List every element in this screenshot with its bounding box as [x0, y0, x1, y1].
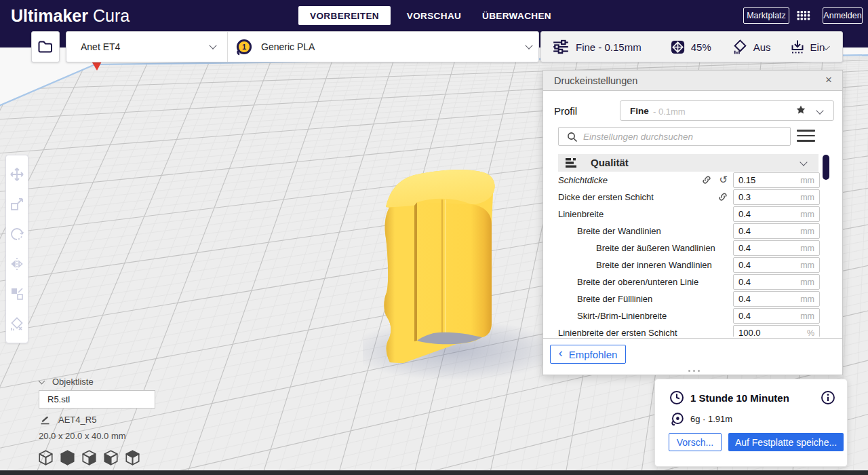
- setting-value-field[interactable]: 0.4 mm: [733, 223, 820, 239]
- print-time-estimate: 1 Stunde 10 Minuten: [690, 392, 789, 404]
- material-estimate: 6g · 1.91m: [690, 414, 732, 424]
- clock-icon: [669, 390, 685, 406]
- setting-label: Linienbreite: [558, 209, 604, 219]
- summary-support: Aus: [753, 41, 771, 53]
- open-file-button[interactable]: [31, 31, 60, 62]
- tab-prepare[interactable]: VORBEREITEN: [298, 6, 391, 25]
- printer-selector[interactable]: Anet ET4: [81, 41, 120, 52]
- setting-value-field[interactable]: 0.15 mm: [733, 172, 820, 188]
- apps-grid-icon[interactable]: [795, 7, 811, 24]
- material-spool-icon: [670, 412, 684, 426]
- move-tool-button[interactable]: [8, 166, 26, 183]
- setting-value-field[interactable]: 100.0 %: [733, 325, 820, 337]
- support-blocker-button[interactable]: [8, 315, 26, 332]
- object-list-toggle[interactable]: Objektliste: [39, 377, 94, 387]
- settings-rows: Schichtdicke ↺ 0.15 mm Dicke der ersten …: [543, 172, 844, 337]
- model-body: [417, 202, 492, 341]
- setting-value-field[interactable]: 0.3 mm: [733, 189, 820, 205]
- model-r5[interactable]: [376, 166, 512, 370]
- adhesion-icon: [789, 39, 806, 55]
- mirror-tool-button[interactable]: [8, 255, 26, 273]
- scale-tool-button[interactable]: [8, 195, 26, 213]
- view-front-icon[interactable]: [59, 449, 76, 466]
- infill-icon: [670, 39, 686, 55]
- setting-value-field[interactable]: 0.4 mm: [733, 257, 820, 273]
- setting-label: Linienbreite der ersten Schicht: [558, 328, 677, 337]
- move-icon: [9, 166, 25, 183]
- link-icon[interactable]: [702, 175, 711, 185]
- view-left-icon[interactable]: [102, 449, 119, 466]
- tab-monitor[interactable]: ÜBERWACHEN: [476, 6, 557, 25]
- revert-icon[interactable]: ↺: [719, 175, 728, 185]
- panel-header[interactable]: Druckeinstellungen ×: [543, 71, 842, 91]
- tab-preview[interactable]: VORSCHAU: [407, 6, 461, 25]
- machine-material-selector: Anet ET4 1 Generic PLA: [66, 31, 539, 62]
- marketplace-button[interactable]: Marktplatz: [743, 7, 789, 24]
- setting-value-field[interactable]: 0.4 mm: [733, 240, 820, 256]
- setting-value: 0.4: [738, 243, 751, 253]
- model-dimensions: 20.0 x 20.0 x 40.0 mm: [39, 431, 126, 441]
- scale-icon: [9, 196, 25, 212]
- signin-button[interactable]: Anmelden: [823, 7, 863, 24]
- profile-dropdown[interactable]: Fine - 0.1mm: [620, 100, 834, 121]
- setting-row: Schichtdicke ↺ 0.15 mm: [543, 172, 844, 189]
- support-icon: [732, 39, 749, 56]
- model-flange: [384, 206, 414, 363]
- edit-pencil-icon[interactable]: [39, 414, 51, 425]
- setting-label: Breite der äußeren Wandlinien: [596, 243, 715, 253]
- object-list-item[interactable]: R5.stl: [39, 390, 155, 408]
- setting-unit: mm: [800, 210, 814, 219]
- save-to-disk-button[interactable]: Auf Festplatte speiche...: [728, 433, 844, 451]
- setting-label: Schichtdicke: [558, 175, 608, 185]
- view-right-icon[interactable]: [124, 449, 141, 466]
- svg-text:1: 1: [242, 43, 246, 51]
- brand-bold: Ultimaker: [11, 6, 88, 25]
- object-list-label: Objektliste: [52, 377, 94, 387]
- extruder-1-icon[interactable]: 1: [234, 37, 254, 58]
- material-chevron-icon[interactable]: [525, 41, 532, 49]
- panel-title: Druckeinstellungen: [554, 75, 637, 86]
- cura-window: UltimakerCura VORBEREITEN VORSCHAU ÜBERW…: [0, 0, 868, 475]
- search-input[interactable]: [583, 128, 787, 145]
- info-icon[interactable]: [820, 390, 836, 406]
- selector-divider: [227, 32, 228, 62]
- link-icon[interactable]: [718, 192, 728, 202]
- category-title: Qualität: [591, 157, 629, 168]
- plate-front-edge: [0, 470, 868, 475]
- category-quality[interactable]: Qualität: [558, 154, 818, 172]
- setting-row: Dicke der ersten Schicht 0.3 mm: [543, 189, 844, 206]
- printer-id-row: AET4_R5: [39, 414, 96, 425]
- profile-detail: - 0.1mm: [653, 107, 686, 117]
- close-icon[interactable]: ×: [822, 73, 835, 87]
- rotate-tool-button[interactable]: [8, 225, 26, 243]
- view-top-icon[interactable]: [81, 449, 98, 466]
- action-panel: 1 Stunde 10 Minuten 6g · 1.91m Vorsch...…: [654, 379, 848, 467]
- setting-value: 0.4: [738, 294, 751, 304]
- setting-unit: mm: [800, 176, 814, 185]
- setting-value: 0.15: [738, 175, 755, 185]
- favorite-star-icon[interactable]: [795, 104, 806, 115]
- brand-regular: Cura: [93, 6, 130, 25]
- setting-unit: mm: [800, 294, 814, 304]
- material-selector[interactable]: Generic PLA: [261, 41, 315, 52]
- print-settings-summary[interactable]: Fine - 0.15mm 45% Aus Ein: [540, 31, 843, 62]
- panel-resize-handle[interactable]: [684, 370, 704, 374]
- setting-value-field[interactable]: 0.4 mm: [733, 274, 820, 290]
- setting-value-field[interactable]: 0.4 mm: [733, 206, 820, 222]
- profile-value: Fine: [630, 106, 649, 116]
- recommended-mode-button[interactable]: ‹ Empfohlen: [550, 345, 626, 364]
- setting-row: Breite der Fülllinien 0.4 mm: [543, 290, 844, 307]
- setting-row: Breite der inneren Wandlinien 0.4 mm: [543, 256, 844, 273]
- app-logo: UltimakerCura: [11, 5, 130, 26]
- printer-chevron-icon[interactable]: [209, 41, 216, 49]
- view-3d-icon[interactable]: [37, 449, 54, 466]
- preview-button[interactable]: Vorsch...: [669, 433, 722, 451]
- setting-row: Breite der Wandlinien 0.4 mm: [543, 223, 844, 240]
- per-model-settings-button[interactable]: [8, 285, 26, 303]
- setting-label: Dicke der ersten Schicht: [558, 192, 654, 202]
- settings-menu-icon[interactable]: [797, 130, 815, 142]
- setting-value-field[interactable]: 0.4 mm: [733, 308, 820, 324]
- setting-unit: mm: [800, 244, 814, 253]
- setting-value-field[interactable]: 0.4 mm: [733, 291, 820, 307]
- quality-layers-icon: [565, 157, 578, 170]
